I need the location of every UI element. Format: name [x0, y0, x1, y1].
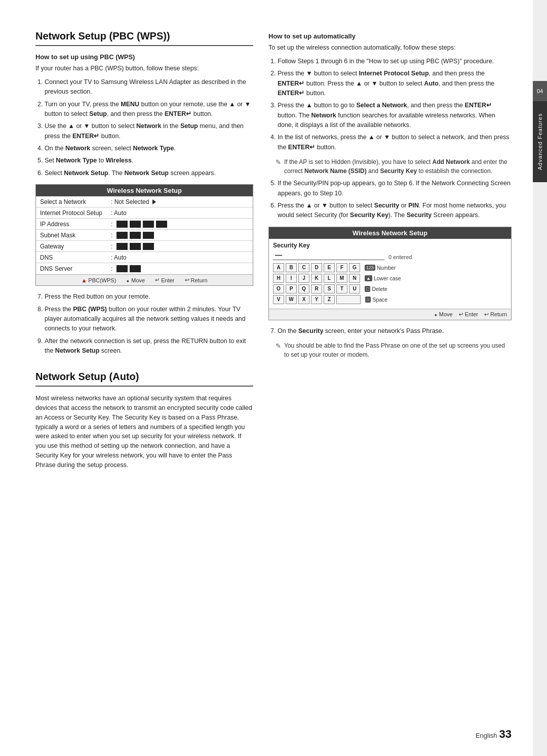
security-table-header: Wireless Network Setup	[269, 227, 511, 239]
subnet-value: :	[111, 232, 154, 239]
right-column: How to set up automatically To set up th…	[268, 30, 512, 726]
key-Q[interactable]: Q	[298, 284, 309, 293]
pbc-steps-list: Connect your TV to Samsung Wireless LAN …	[35, 77, 253, 178]
key-F[interactable]: F	[336, 263, 347, 272]
key-P[interactable]: P	[286, 284, 297, 293]
table-row-select-network: Select a Network : Not Selected	[36, 196, 253, 207]
number-label: 123 Number	[365, 265, 396, 271]
key-M[interactable]: M	[336, 274, 347, 283]
security-return-icon: ↩	[484, 311, 489, 318]
auto-steps-list: Follow Steps 1 through 6 in the "How to …	[268, 57, 512, 152]
dns-value: : Auto	[111, 254, 127, 261]
key-U[interactable]: U	[349, 284, 360, 293]
wireless-table-footer: ▲ PBC(WPS) ⬥ Move ↵ Enter ↩ Return	[36, 274, 253, 285]
key-S[interactable]: S	[324, 284, 335, 293]
footer-move: ⬥ Move	[126, 277, 145, 283]
key-G[interactable]: G	[349, 263, 360, 272]
security-key-label: Security Key	[273, 242, 310, 249]
key-L[interactable]: L	[324, 274, 335, 283]
key-I[interactable]: I	[286, 274, 297, 283]
gateway-label: Gateway	[40, 243, 111, 250]
key-W[interactable]: W	[286, 295, 297, 304]
key-J[interactable]: J	[298, 274, 309, 283]
keyboard-row-2: H I J K L M N ▲ Lower case	[273, 274, 507, 283]
table-row-subnet: Subnet Mask :	[36, 230, 253, 241]
gateway-block-3	[143, 243, 154, 250]
key-H[interactable]: H	[273, 274, 284, 283]
ip-block-3	[143, 221, 154, 228]
dns-server-value: :	[111, 265, 141, 272]
subnet-block-3	[143, 232, 154, 239]
pbc-step-8: Press the PBC (WPS) button on your route…	[45, 305, 253, 334]
gateway-block-2	[130, 243, 141, 250]
pbc-step-1: Connect your TV to Samsung Wireless LAN …	[45, 77, 253, 97]
page-number: 33	[499, 728, 512, 741]
auto-step-1: Follow Steps 1 through 6 in the "How to …	[278, 57, 512, 66]
ip-setup-value: : Auto	[111, 209, 127, 217]
lower-icon: ▲	[365, 275, 372, 281]
key-A[interactable]: A	[273, 263, 284, 272]
auto-steps-final: On the Security screen, enter your netwo…	[268, 326, 512, 336]
security-network-table: Wireless Network Setup Security Key — 0 …	[268, 227, 512, 320]
pbc-step-4: On the Network screen, select Network Ty…	[45, 144, 253, 153]
key-B[interactable]: B	[286, 263, 297, 272]
red-button-icon: ▲	[81, 277, 87, 283]
page-container: Network Setup (PBC (WPS)) How to set up …	[0, 0, 547, 756]
security-move-label: Move	[439, 311, 453, 317]
footer-pbc: ▲ PBC(WPS)	[81, 277, 116, 283]
table-row-ip-setup: Internet Protocol Setup : Auto	[36, 207, 253, 219]
security-move-icon: ⬥	[434, 311, 438, 317]
auto-intro: Most wireless networks have an optional …	[35, 394, 253, 470]
auto-right-intro: To set up the wireless connection automa…	[268, 43, 512, 53]
dns-server-label: DNS Server	[40, 265, 111, 272]
key-O[interactable]: O	[273, 284, 284, 293]
key-T[interactable]: T	[336, 284, 347, 293]
move-icon: ⬥	[126, 277, 130, 283]
key-C[interactable]: C	[298, 263, 309, 272]
security-entered-count: 0 entered	[388, 254, 412, 260]
key-X[interactable]: X	[298, 295, 309, 304]
note-icon: ✎	[276, 157, 281, 176]
select-network-label: Select a Network	[40, 198, 111, 205]
ip-block-4	[156, 221, 167, 228]
delete-label: □ Delete	[365, 286, 387, 292]
number-text: Number	[377, 265, 396, 271]
security-table-body: Security Key — 0 entered A B C D	[269, 239, 511, 309]
footer-return-label: Return	[191, 277, 208, 283]
key-R[interactable]: R	[311, 284, 322, 293]
auto-note2: ✎ You should be able to find the Pass Ph…	[276, 341, 512, 359]
keyboard-row-3: O P Q R S T U □ Delete	[273, 284, 507, 293]
key-Z[interactable]: Z	[324, 295, 335, 304]
space-label: ○ Space	[365, 297, 387, 303]
key-K[interactable]: K	[311, 274, 322, 283]
left-column: Network Setup (PBC (WPS)) How to set up …	[35, 30, 253, 726]
footer-move-label: Move	[131, 277, 145, 283]
space-icon: ○	[365, 297, 371, 303]
footer-pbc-label: PBC(WPS)	[88, 277, 116, 283]
key-E[interactable]: E	[324, 263, 335, 272]
key-D[interactable]: D	[311, 263, 322, 272]
security-footer-enter: ↵ Enter	[459, 311, 478, 318]
auto-step-3: Press the ▲ button to go to Select a Net…	[278, 101, 512, 130]
auto-step-7: On the Security screen, enter your netwo…	[278, 326, 512, 336]
security-footer-return: ↩ Return	[484, 311, 507, 318]
security-return-label: Return	[490, 311, 507, 317]
note2-icon: ✎	[276, 341, 281, 359]
main-content: Network Setup (PBC (WPS)) How to set up …	[35, 30, 512, 726]
space-text: Space	[372, 297, 387, 303]
key-Y[interactable]: Y	[311, 295, 322, 304]
dns-block-2	[130, 265, 141, 272]
subnet-label: Subnet Mask	[40, 232, 111, 239]
pbc-intro: If your router has a PBC (WPS) button, f…	[35, 64, 253, 73]
pbc-step-2: Turn on your TV, press the MENU button o…	[45, 100, 253, 119]
ip-address-value: :	[111, 221, 167, 228]
key-space[interactable]	[336, 295, 361, 304]
key-V[interactable]: V	[273, 295, 284, 304]
security-input-row: — 0 entered	[273, 251, 507, 260]
key-N[interactable]: N	[349, 274, 360, 283]
table-row-ip-address: IP Address :	[36, 219, 253, 230]
page-bottom: English 33	[476, 728, 512, 741]
security-key-input[interactable]: —	[273, 251, 384, 260]
select-network-value: : Not Selected	[111, 198, 156, 205]
security-key-row: Security Key	[273, 242, 507, 249]
